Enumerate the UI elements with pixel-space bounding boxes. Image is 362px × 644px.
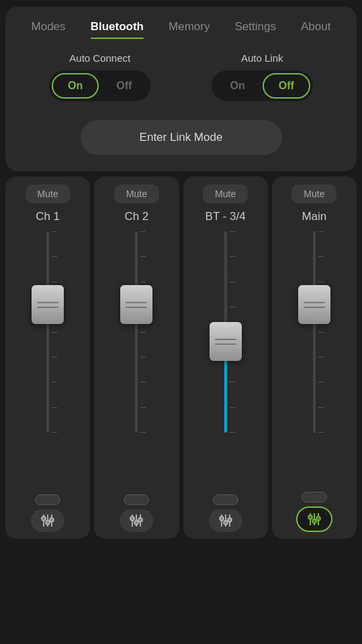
svg-point-5 xyxy=(50,518,54,522)
ch2-fader-handle[interactable] xyxy=(120,285,152,324)
nav-tabs: Modes Bluetooth Memory Settings About xyxy=(19,17,343,36)
tab-bluetooth[interactable]: Bluetooth xyxy=(91,17,144,36)
tab-about[interactable]: About xyxy=(301,17,330,36)
auto-link-off-button[interactable]: Off xyxy=(263,73,310,99)
bt34-fader-container xyxy=(183,231,268,489)
auto-connect-off-button[interactable]: Off xyxy=(100,73,148,99)
ch1-knob[interactable] xyxy=(35,494,60,505)
svg-point-22 xyxy=(312,519,316,523)
svg-point-3 xyxy=(42,517,46,521)
mute-ch2-button[interactable]: Mute xyxy=(114,184,159,203)
enter-link-mode-button[interactable]: Enter Link Mode xyxy=(81,120,282,155)
main-fader-container xyxy=(272,231,357,486)
svg-point-17 xyxy=(228,518,232,522)
auto-link-on-button[interactable]: On xyxy=(214,73,261,99)
eq-icon-bt34 xyxy=(218,515,233,527)
auto-link-switch: On Off xyxy=(212,70,313,101)
ch2-fader-container xyxy=(94,231,179,489)
bt34-fader-handle[interactable] xyxy=(210,322,242,361)
svg-point-10 xyxy=(134,521,138,525)
mute-bt34-button[interactable]: Mute xyxy=(203,184,248,203)
top-panel: Modes Bluetooth Memory Settings About Au… xyxy=(5,7,357,171)
eq-icon-ch1 xyxy=(40,515,55,527)
tab-memory[interactable]: Memory xyxy=(169,17,210,36)
channel-ch2: Mute Ch 2 xyxy=(94,176,179,539)
ch1-fader-handle[interactable] xyxy=(32,285,64,324)
main-name: Main xyxy=(302,210,326,223)
mute-main-button[interactable]: Mute xyxy=(291,184,336,203)
svg-point-11 xyxy=(138,518,142,522)
bt34-eq-button[interactable] xyxy=(209,509,242,532)
main-knob[interactable] xyxy=(302,492,327,502)
bt34-name: BT - 3/4 xyxy=(206,210,246,223)
svg-point-23 xyxy=(316,517,320,521)
channel-bt34: Mute BT - 3/4 xyxy=(183,176,268,539)
svg-point-21 xyxy=(308,515,312,519)
toggles-row: Auto Connect On Off Auto Link On Off xyxy=(19,52,343,101)
bt34-knob[interactable] xyxy=(213,494,238,505)
auto-connect-on-button[interactable]: On xyxy=(52,73,99,99)
auto-link-label: Auto Link xyxy=(241,52,283,64)
svg-point-9 xyxy=(130,517,134,521)
channel-ch1: Mute Ch 1 xyxy=(5,176,90,539)
ch2-eq-button[interactable] xyxy=(120,509,153,532)
svg-point-4 xyxy=(46,521,50,525)
auto-connect-label: Auto Connect xyxy=(69,52,130,64)
ch2-name: Ch 2 xyxy=(124,210,148,223)
mixer: Mute Ch 1 xyxy=(0,176,362,539)
auto-link-group: Auto Link On Off xyxy=(212,52,313,101)
main-eq-button[interactable] xyxy=(296,506,332,532)
mute-ch1-button[interactable]: Mute xyxy=(26,184,71,203)
svg-point-16 xyxy=(224,521,228,525)
auto-connect-group: Auto Connect On Off xyxy=(49,52,150,101)
auto-connect-switch: On Off xyxy=(49,70,150,101)
ch2-knob[interactable] xyxy=(124,494,149,505)
tab-settings[interactable]: Settings xyxy=(234,17,275,36)
eq-icon-main xyxy=(307,513,322,525)
ch1-eq-button[interactable] xyxy=(31,509,64,532)
main-fader-handle[interactable] xyxy=(298,285,330,324)
tab-modes[interactable]: Modes xyxy=(32,17,66,36)
ch1-name: Ch 1 xyxy=(36,210,60,223)
svg-point-15 xyxy=(220,517,224,521)
channel-main: Mute Main xyxy=(272,176,357,539)
ch1-fader-container xyxy=(5,231,90,489)
eq-icon-ch2 xyxy=(129,515,144,527)
